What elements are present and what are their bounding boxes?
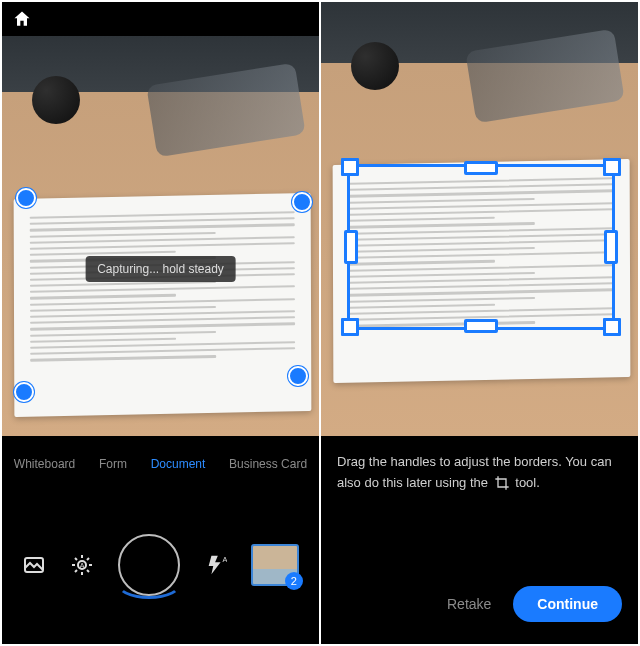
capture-screen: Capturing... hold steady Whiteboard Form… [2,2,319,644]
capture-mode-row: Whiteboard Form Document Business Card [2,450,319,478]
crop-handle-top[interactable] [464,161,498,175]
home-icon[interactable] [12,9,32,29]
crop-handle-br[interactable] [603,318,621,336]
corner-handle-br[interactable] [288,366,308,386]
object-phone [465,29,624,124]
mode-business-card[interactable]: Business Card [229,457,307,471]
object-keychain [351,42,399,90]
instruction-text: Drag the handles to adjust the borders. … [337,452,622,494]
flash-auto-icon[interactable]: A [205,554,227,576]
camera-preview: Capturing... hold steady [2,36,319,436]
auto-capture-icon[interactable]: A [70,553,94,577]
document-paper [14,193,312,417]
continue-button[interactable]: Continue [513,586,622,622]
instruction-text-pre: Drag the handles to adjust the borders. … [337,454,612,490]
corner-handle-tr[interactable] [292,192,312,212]
corner-handle-bl[interactable] [14,382,34,402]
crop-handle-right[interactable] [604,230,618,264]
topbar [2,2,319,36]
crop-handle-bl[interactable] [341,318,359,336]
object-phone [146,63,305,158]
capture-toast: Capturing... hold steady [85,256,236,282]
crop-preview [321,2,638,436]
capture-controls: A A 2 [2,486,319,644]
retake-button[interactable]: Retake [447,596,491,612]
mode-document[interactable]: Document [151,457,206,471]
gallery-icon[interactable] [22,553,46,577]
mode-whiteboard[interactable]: Whiteboard [14,457,75,471]
action-row: Retake Continue [447,586,622,622]
corner-handle-tl[interactable] [16,188,36,208]
crop-handle-left[interactable] [344,230,358,264]
crop-handle-tr[interactable] [603,158,621,176]
crop-handle-tl[interactable] [341,158,359,176]
mode-form[interactable]: Form [99,457,127,471]
crop-frame[interactable] [347,164,615,330]
object-keychain [32,76,80,124]
thumbnail-count-badge: 2 [285,572,303,590]
recent-scan-thumbnail[interactable]: 2 [251,544,299,586]
svg-text:A: A [80,562,85,569]
adjust-borders-screen: Drag the handles to adjust the borders. … [321,2,638,644]
svg-text:A: A [222,555,227,564]
instruction-text-post: tool. [515,475,540,490]
crop-icon [494,475,510,491]
crop-handle-bottom[interactable] [464,319,498,333]
shutter-button[interactable] [118,534,180,596]
